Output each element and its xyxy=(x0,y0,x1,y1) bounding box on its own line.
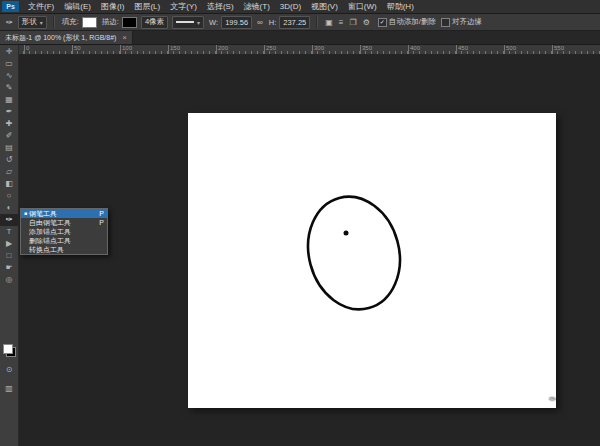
width-value-box[interactable]: 199.56 xyxy=(221,16,252,29)
drawn-dot xyxy=(344,231,349,236)
pen-cursor-icon: ✒ xyxy=(549,394,557,404)
blur-tool[interactable]: ○ xyxy=(0,190,18,202)
dodge-tool[interactable]: ◐ xyxy=(0,202,18,214)
ruler-label: 300 xyxy=(314,45,324,51)
chevron-down-icon: ▾ xyxy=(197,19,200,26)
move-tool[interactable]: ✛ xyxy=(0,46,18,58)
menu-bar: Ps 文件(F)编辑(E)图像(I)图层(L)文字(Y)选择(S)滤镜(T)3D… xyxy=(0,0,600,14)
ruler-label: 500 xyxy=(506,45,516,51)
ruler-label: 550 xyxy=(554,45,564,51)
options-bar: ✑ 形状 ▾ 填充: 描边: 4像素 ▾ W: 199.56 ∞ H: 237.… xyxy=(0,14,600,31)
marquee-tool[interactable]: ▭ xyxy=(0,58,18,70)
healing-brush-tool[interactable]: ✚ xyxy=(0,118,18,130)
tab-bar: 未标题-1 @ 100% (形状 1, RGB/8#) × xyxy=(0,31,600,45)
check-icon: ✓ xyxy=(380,19,385,25)
width-label: W: xyxy=(209,18,218,27)
align-edges-checkbox[interactable] xyxy=(441,18,450,27)
menu-item-9[interactable]: 窗口(W) xyxy=(343,0,382,13)
ruler-label: 150 xyxy=(170,45,180,51)
color-swatches[interactable] xyxy=(3,344,16,357)
app-logo: Ps xyxy=(2,1,19,12)
menu-item-4[interactable]: 文字(Y) xyxy=(165,0,202,13)
path-arrangement-icon[interactable]: ❐ xyxy=(349,18,356,27)
type-tool[interactable]: T xyxy=(0,226,18,238)
hand-tool[interactable]: ☛ xyxy=(0,262,18,274)
stroke-style-sample xyxy=(176,21,194,23)
divider xyxy=(316,16,318,28)
flyout-item-shortcut: P xyxy=(99,219,104,226)
menu-item-2[interactable]: 图像(I) xyxy=(96,0,130,13)
menu-item-6[interactable]: 滤镜(T) xyxy=(239,0,275,13)
flyout-item-4[interactable]: 转换点工具 xyxy=(21,245,107,254)
gradient-tool[interactable]: ◧ xyxy=(0,178,18,190)
align-edges-label: 对齐边缘 xyxy=(452,17,482,27)
ruler-label: 200 xyxy=(218,45,228,51)
toolbar-extras: ⊙ ▥ xyxy=(0,344,18,395)
zoom-tool[interactable]: ◎ xyxy=(0,274,18,286)
flyout-item-shortcut: P xyxy=(99,210,104,217)
ruler-label: 100 xyxy=(122,45,132,51)
pen-tool[interactable]: ✑ xyxy=(0,214,18,226)
ruler-label: 450 xyxy=(458,45,468,51)
drawn-ellipse xyxy=(296,186,412,319)
fill-swatch[interactable] xyxy=(82,17,97,28)
eyedropper-tool[interactable]: ✒ xyxy=(0,106,18,118)
ruler-label: 400 xyxy=(410,45,420,51)
ruler-label: 0 xyxy=(26,45,29,51)
fill-label: 填充: xyxy=(62,17,79,27)
crop-tool[interactable]: ▦ xyxy=(0,94,18,106)
close-icon[interactable]: × xyxy=(122,34,127,42)
canvas-drawing xyxy=(188,113,556,408)
tool-bar: ✛▭∿✎▦✒✚✐▤↺▱◧○◐✑T▶□☛◎ ⊙ ▥ xyxy=(0,45,19,446)
tool-mode-value: 形状 xyxy=(22,17,37,27)
eraser-tool[interactable]: ▱ xyxy=(0,166,18,178)
height-label: H: xyxy=(269,18,277,27)
history-brush-tool[interactable]: ↺ xyxy=(0,154,18,166)
menu-item-8[interactable]: 视图(V) xyxy=(306,0,343,13)
stroke-label: 描边: xyxy=(102,17,119,27)
gear-icon[interactable]: ⚙ xyxy=(363,18,370,27)
tool-mode-dropdown[interactable]: 形状 ▾ xyxy=(18,16,47,29)
link-dimensions-icon[interactable]: ∞ xyxy=(257,18,263,27)
quick-selection-tool[interactable]: ✎ xyxy=(0,82,18,94)
auto-add-delete-checkbox[interactable]: ✓ xyxy=(378,18,387,27)
width-value: 199.56 xyxy=(225,18,248,27)
menu-item-1[interactable]: 编辑(E) xyxy=(59,0,96,13)
menu-item-7[interactable]: 3D(D) xyxy=(275,0,306,13)
lasso-tool[interactable]: ∿ xyxy=(0,70,18,82)
ruler-label: 250 xyxy=(266,45,276,51)
height-value: 237.25 xyxy=(283,18,306,27)
document-title: 未标题-1 @ 100% (形状 1, RGB/8#) xyxy=(5,33,116,43)
menu-item-10[interactable]: 帮助(H) xyxy=(382,0,419,13)
pen-flyout: ■钢笔工具P自由钢笔工具P添加锚点工具删除锚点工具转换点工具 xyxy=(20,208,108,255)
ruler-label: 350 xyxy=(362,45,372,51)
photoshop-window: Ps 文件(F)编辑(E)图像(I)图层(L)文字(Y)选择(S)滤镜(T)3D… xyxy=(0,0,600,446)
stroke-width-value: 4像素 xyxy=(145,17,164,27)
tool-list: ✛▭∿✎▦✒✚✐▤↺▱◧○◐✑T▶□☛◎ xyxy=(0,46,18,286)
auto-add-delete-label: 自动添加/删除 xyxy=(389,17,436,27)
chevron-down-icon: ▾ xyxy=(40,19,43,26)
foreground-color-swatch[interactable] xyxy=(3,344,13,354)
screen-mode-button[interactable]: ▥ xyxy=(0,383,18,395)
menu-item-3[interactable]: 图层(L) xyxy=(129,0,165,13)
height-value-box[interactable]: 237.25 xyxy=(279,16,310,29)
document-tab[interactable]: 未标题-1 @ 100% (形状 1, RGB/8#) × xyxy=(0,31,133,44)
path-alignment-icon[interactable]: ≡ xyxy=(339,18,344,27)
path-operations-icon[interactable]: ▣ xyxy=(325,18,333,27)
quick-mask-button[interactable]: ⊙ xyxy=(0,364,18,376)
ruler-label: 50 xyxy=(74,45,81,51)
menu-item-0[interactable]: 文件(F) xyxy=(23,0,59,13)
active-tool-icon: ✑ xyxy=(6,18,13,27)
stroke-width-box[interactable]: 4像素 xyxy=(141,16,168,29)
shape-tool[interactable]: □ xyxy=(0,250,18,262)
brush-tool[interactable]: ✐ xyxy=(0,130,18,142)
canvas[interactable] xyxy=(188,113,556,408)
flyout-item-label: 转换点工具 xyxy=(29,245,100,255)
stroke-swatch[interactable] xyxy=(122,17,137,28)
path-selection-tool[interactable]: ▶ xyxy=(0,238,18,250)
horizontal-ruler: 050100150200250300350400450500550 xyxy=(18,45,600,55)
menu-items: 文件(F)编辑(E)图像(I)图层(L)文字(Y)选择(S)滤镜(T)3D(D)… xyxy=(23,0,419,13)
menu-item-5[interactable]: 选择(S) xyxy=(202,0,239,13)
clone-stamp-tool[interactable]: ▤ xyxy=(0,142,18,154)
stroke-type-dropdown[interactable]: ▾ xyxy=(172,16,204,29)
